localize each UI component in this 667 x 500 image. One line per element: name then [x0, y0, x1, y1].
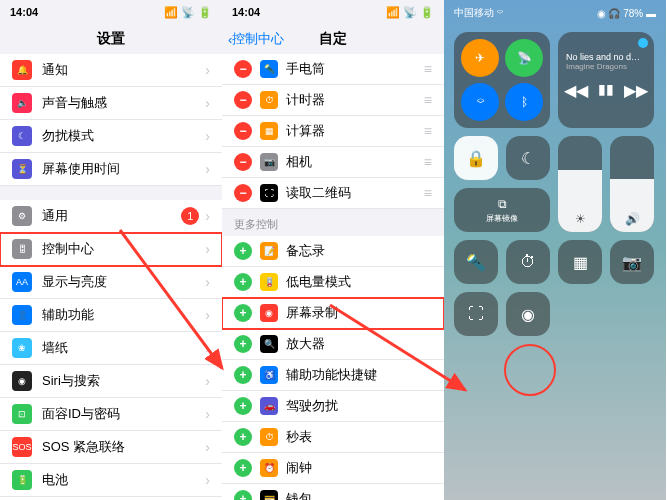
control-row[interactable]: − ⛶ 读取二维码 ≡	[222, 178, 444, 209]
next-track-button[interactable]: ▶▶	[624, 81, 648, 100]
control-row[interactable]: + 🚗 驾驶勿扰	[222, 391, 444, 422]
remove-button[interactable]: −	[234, 60, 252, 78]
control-row[interactable]: + 🪫 低电量模式	[222, 267, 444, 298]
status-time: 14:04	[10, 6, 38, 18]
settings-row[interactable]: ❀ 墙纸 ›	[0, 332, 222, 365]
settings-list[interactable]: 🔔 通知 › 🔈 声音与触感 › ☾ 勿扰模式 › ⏳ 屏幕使用时间 › ⚙ 通…	[0, 54, 222, 500]
settings-row[interactable]: ⚙ 通用 1 ›	[0, 200, 222, 233]
add-button[interactable]: +	[234, 428, 252, 446]
control-row[interactable]: + 📝 备忘录	[222, 236, 444, 267]
control-row[interactable]: + ⏰ 闹钟	[222, 453, 444, 484]
access-icon: ♿	[260, 366, 278, 384]
status-time: 14:04	[232, 6, 260, 18]
chevron-right-icon: ›	[205, 439, 210, 455]
remove-button[interactable]: −	[234, 153, 252, 171]
status-indicators: 📶 📡 🔋	[386, 6, 434, 19]
screen-mirroring-tile[interactable]: ⧉ 屏幕镜像	[454, 188, 550, 232]
reorder-handle[interactable]: ≡	[424, 185, 432, 201]
control-row[interactable]: + ♿ 辅助功能快捷键	[222, 360, 444, 391]
reorder-handle[interactable]: ≡	[424, 92, 432, 108]
control-row[interactable]: − ⏱ 计时器 ≡	[222, 85, 444, 116]
control-row[interactable]: − 🔦 手电筒 ≡	[222, 54, 444, 85]
flashlight-button[interactable]: 🔦	[454, 240, 498, 284]
mirroring-icon: ⧉	[498, 197, 507, 211]
settings-row[interactable]: ⊡ 面容ID与密码 ›	[0, 398, 222, 431]
carrier-label: 中国移动	[454, 7, 494, 18]
add-button[interactable]: +	[234, 335, 252, 353]
chevron-right-icon: ›	[205, 208, 210, 224]
row-label: 秒表	[286, 428, 432, 446]
brightness-slider[interactable]: ☀	[558, 136, 602, 232]
remove-button[interactable]: −	[234, 91, 252, 109]
back-button[interactable]: ‹ 控制中心	[228, 30, 284, 48]
settings-row[interactable]: ⏳ 屏幕使用时间 ›	[0, 153, 222, 186]
remove-button[interactable]: −	[234, 122, 252, 140]
remove-button[interactable]: −	[234, 184, 252, 202]
wifi-toggle[interactable]: ⌔	[461, 83, 499, 121]
row-label: 放大器	[286, 335, 432, 353]
highlight-circle	[504, 344, 556, 396]
qr-scan-button[interactable]: ⛶	[454, 292, 498, 336]
reorder-handle[interactable]: ≡	[424, 123, 432, 139]
settings-row[interactable]: SOS SOS 紧急联络 ›	[0, 431, 222, 464]
gear-icon: ⚙	[12, 206, 32, 226]
settings-row[interactable]: AA 显示与亮度 ›	[0, 266, 222, 299]
connectivity-tile[interactable]: ✈ 📡 ⌔ ᛒ	[454, 32, 550, 128]
play-pause-button[interactable]: ▮▮	[598, 81, 614, 100]
row-label: 屏幕使用时间	[42, 160, 205, 178]
add-button[interactable]: +	[234, 459, 252, 477]
row-label: 读取二维码	[286, 184, 424, 202]
settings-row[interactable]: 🔋 电池 ›	[0, 464, 222, 497]
reorder-handle[interactable]: ≡	[424, 154, 432, 170]
volume-slider[interactable]: 🔊	[610, 136, 654, 232]
settings-row[interactable]: ☾ 勿扰模式 ›	[0, 120, 222, 153]
add-button[interactable]: +	[234, 242, 252, 260]
control-row[interactable]: + ◉ 屏幕录制	[222, 298, 444, 329]
switches-icon: 🎛	[12, 239, 32, 259]
settings-row[interactable]: 🎛 控制中心 ›	[0, 233, 222, 266]
badge: 1	[181, 207, 199, 225]
control-row[interactable]: − 📷 相机 ≡	[222, 147, 444, 178]
airplane-toggle[interactable]: ✈	[461, 39, 499, 77]
control-row[interactable]: + ⏱ 秒表	[222, 422, 444, 453]
calc-icon: ▦	[260, 122, 278, 140]
add-button[interactable]: +	[234, 397, 252, 415]
back-label: 控制中心	[232, 30, 284, 48]
chevron-right-icon: ›	[205, 340, 210, 356]
settings-row[interactable]: 🔈 声音与触感 ›	[0, 87, 222, 120]
control-row[interactable]: + 💳 钱包	[222, 484, 444, 500]
moon-icon: ☾	[521, 149, 535, 168]
row-label: 控制中心	[42, 240, 205, 258]
screen-record-button[interactable]: ◉	[506, 292, 550, 336]
camera-button[interactable]: 📷	[610, 240, 654, 284]
row-label: 电池	[42, 471, 205, 489]
settings-row[interactable]: 👤 辅助功能 ›	[0, 299, 222, 332]
wallet-icon: 💳	[260, 490, 278, 500]
chevron-right-icon: ›	[205, 128, 210, 144]
cellular-toggle[interactable]: 📡	[505, 39, 543, 77]
add-button[interactable]: +	[234, 273, 252, 291]
control-row[interactable]: + 🔍 放大器	[222, 329, 444, 360]
airplay-icon	[638, 38, 648, 48]
bluetooth-toggle[interactable]: ᛒ	[505, 83, 543, 121]
add-button[interactable]: +	[234, 366, 252, 384]
control-row[interactable]: − ▦ 计算器 ≡	[222, 116, 444, 147]
add-button[interactable]: +	[234, 304, 252, 322]
prev-track-button[interactable]: ◀◀	[564, 81, 588, 100]
timer-button[interactable]: ⏱	[506, 240, 550, 284]
rotation-lock-toggle[interactable]: 🔒	[454, 136, 498, 180]
settings-row[interactable]: ◉ Siri与搜索 ›	[0, 365, 222, 398]
settings-row[interactable]: 🔔 通知 ›	[0, 54, 222, 87]
do-not-disturb-toggle[interactable]: ☾	[506, 136, 550, 180]
antenna-icon: 📡	[517, 51, 532, 65]
status-indicators: 📶 📡 🔋	[164, 6, 212, 19]
media-tile[interactable]: No lies and no d… Imagine Dragons ◀◀ ▮▮ …	[558, 32, 654, 128]
row-label: 计时器	[286, 91, 424, 109]
add-button[interactable]: +	[234, 490, 252, 500]
row-label: Siri与搜索	[42, 372, 205, 390]
faceid-icon: ⊡	[12, 404, 32, 424]
calculator-button[interactable]: ▦	[558, 240, 602, 284]
chevron-right-icon: ›	[205, 406, 210, 422]
chevron-right-icon: ›	[205, 161, 210, 177]
reorder-handle[interactable]: ≡	[424, 61, 432, 77]
